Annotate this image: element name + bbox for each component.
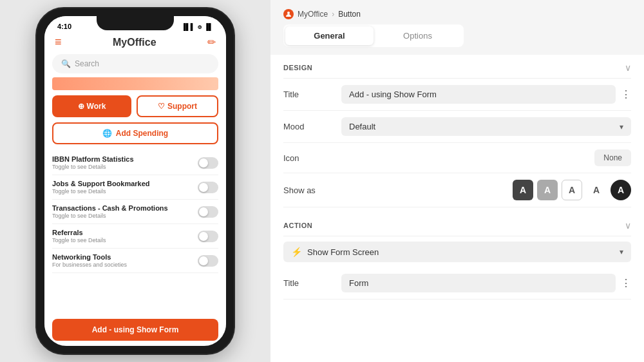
icon-value: None bbox=[341, 149, 631, 166]
title-value: Add - using Show Form ⋮ bbox=[341, 85, 631, 104]
signal-icon: ▐▌▌ bbox=[182, 23, 195, 30]
action-value: Show Form Screen bbox=[307, 247, 611, 257]
list-item-text: Networking Tools For businesses and soci… bbox=[52, 253, 127, 268]
heart-icon: ♡ bbox=[158, 102, 165, 111]
design-section-header: DESIGN ∨ bbox=[283, 55, 631, 79]
list-item-text: IBBN Platform Statistics Toggle to see D… bbox=[52, 155, 134, 170]
action-section-title: ACTION bbox=[283, 222, 312, 229]
title-dropdown[interactable]: Add - using Show Form bbox=[341, 85, 616, 104]
mood-arrow-icon: ▾ bbox=[620, 122, 623, 131]
show-as-value: A A A A A bbox=[341, 180, 631, 200]
title-more-button[interactable]: ⋮ bbox=[621, 88, 631, 100]
action-title-more-button[interactable]: ⋮ bbox=[621, 277, 631, 289]
mood-label: Mood bbox=[283, 122, 335, 131]
action-buttons: ⊕ Work ♡ Support bbox=[52, 95, 218, 117]
search-placeholder-text: Search bbox=[75, 59, 99, 68]
action-chevron-icon[interactable]: ∨ bbox=[625, 220, 631, 231]
breadcrumb: MyOffice › Button bbox=[270, 0, 644, 24]
icon-label: Icon bbox=[283, 153, 335, 163]
show-as-btn-1[interactable]: A bbox=[537, 180, 558, 200]
title-property-row: Title Add - using Show Form ⋮ bbox=[283, 79, 631, 111]
show-as-btn-3[interactable]: A bbox=[586, 180, 607, 200]
design-section-title: DESIGN bbox=[283, 64, 312, 71]
list-item: Transactions - Cash & Promotions Toggle … bbox=[52, 200, 218, 224]
mood-property-row: Mood Default ▾ bbox=[283, 111, 631, 143]
battery-icon: ▐▌ bbox=[204, 23, 213, 30]
add-spending-button[interactable]: 🌐 Add Spending bbox=[52, 122, 218, 144]
tab-options[interactable]: Options bbox=[374, 26, 462, 45]
show-as-options: A A A A A bbox=[513, 180, 631, 200]
lightning-icon: ⚡ bbox=[291, 247, 302, 257]
breadcrumb-current-page: Button bbox=[338, 10, 361, 19]
work-button[interactable]: ⊕ Work bbox=[52, 95, 131, 117]
toggle-switch-0[interactable] bbox=[198, 157, 218, 169]
right-panel: MyOffice › Button General Options DESIGN… bbox=[270, 0, 644, 362]
list-item: Networking Tools For businesses and soci… bbox=[52, 249, 218, 273]
list-item-text: Transactions - Cash & Promotions Toggle … bbox=[52, 204, 168, 219]
hamburger-icon[interactable]: ≡ bbox=[55, 35, 62, 49]
breadcrumb-separator: › bbox=[332, 10, 334, 19]
work-icon: ⊕ bbox=[78, 102, 84, 111]
search-icon: 🔍 bbox=[61, 59, 71, 68]
toggle-switch-4[interactable] bbox=[198, 255, 218, 267]
tab-general[interactable]: General bbox=[285, 26, 374, 45]
phone-screen: 4:10 ▐▌▌ ⌾ ▐▌ ≡ MyOffice ✏ 🔍 Search bbox=[44, 16, 226, 346]
breadcrumb-app-name: MyOffice bbox=[298, 10, 328, 19]
content-area: DESIGN ∨ Title Add - using Show Form ⋮ M… bbox=[270, 55, 644, 362]
design-chevron-icon[interactable]: ∨ bbox=[625, 62, 631, 73]
action-title-dropdown[interactable]: Form bbox=[341, 274, 616, 292]
status-right: ▐▌▌ ⌾ ▐▌ bbox=[182, 23, 213, 30]
list-items: IBBN Platform Statistics Toggle to see D… bbox=[44, 151, 226, 314]
app-title: MyOffice bbox=[113, 37, 156, 48]
search-bar[interactable]: 🔍 Search bbox=[52, 54, 218, 73]
toggle-switch-3[interactable] bbox=[198, 231, 218, 242]
action-section-header: ACTION ∨ bbox=[283, 213, 631, 236]
mood-value: Default ▾ bbox=[341, 117, 631, 136]
list-item-text: Referrals Toggle to see Details bbox=[52, 229, 106, 243]
add-show-form-button[interactable]: Add - using Show Form bbox=[52, 319, 218, 341]
action-arrow-icon: ▾ bbox=[620, 247, 623, 256]
show-as-property-row: Show as A A A A A bbox=[283, 173, 631, 207]
status-time: 4:10 bbox=[57, 23, 71, 30]
mood-dropdown[interactable]: Default ▾ bbox=[341, 117, 631, 136]
list-item: IBBN Platform Statistics Toggle to see D… bbox=[52, 151, 218, 175]
phone-frame: 4:10 ▐▌▌ ⌾ ▐▌ ≡ MyOffice ✏ 🔍 Search bbox=[35, 7, 235, 355]
action-title-property-row: Title Form ⋮ bbox=[283, 267, 631, 300]
edit-icon[interactable]: ✏ bbox=[207, 36, 216, 48]
action-title-label: Title bbox=[283, 278, 335, 288]
support-button[interactable]: ♡ Support bbox=[137, 95, 218, 117]
show-as-btn-0[interactable]: A bbox=[513, 180, 533, 200]
show-as-btn-2[interactable]: A bbox=[562, 180, 582, 200]
list-item: Referrals Toggle to see Details bbox=[52, 224, 218, 249]
left-panel: 4:10 ▐▌▌ ⌾ ▐▌ ≡ MyOffice ✏ 🔍 Search bbox=[0, 0, 270, 362]
tabs: General Options bbox=[283, 24, 464, 47]
phone-notch bbox=[97, 16, 174, 30]
breadcrumb-app-icon bbox=[283, 9, 294, 19]
show-as-label: Show as bbox=[283, 186, 335, 195]
icon-none-button[interactable]: None bbox=[594, 149, 631, 166]
title-label: Title bbox=[283, 90, 335, 99]
icon-property-row: Icon None bbox=[283, 143, 631, 173]
globe-icon: 🌐 bbox=[102, 129, 112, 138]
wifi-icon: ⌾ bbox=[198, 23, 202, 30]
toggle-switch-2[interactable] bbox=[198, 206, 218, 218]
action-dropdown[interactable]: ⚡ Show Form Screen ▾ bbox=[283, 242, 631, 262]
app-header: ≡ MyOffice ✏ bbox=[44, 33, 226, 54]
show-as-btn-4[interactable]: A bbox=[611, 180, 631, 200]
list-item: Jobs & Support Bookmarked Toggle to see … bbox=[52, 175, 218, 200]
toggle-switch-1[interactable] bbox=[198, 182, 218, 193]
highlight-bar bbox=[52, 77, 218, 90]
action-title-value: Form ⋮ bbox=[341, 274, 631, 292]
list-item-text: Jobs & Support Bookmarked Toggle to see … bbox=[52, 180, 150, 195]
svg-point-0 bbox=[287, 12, 290, 14]
